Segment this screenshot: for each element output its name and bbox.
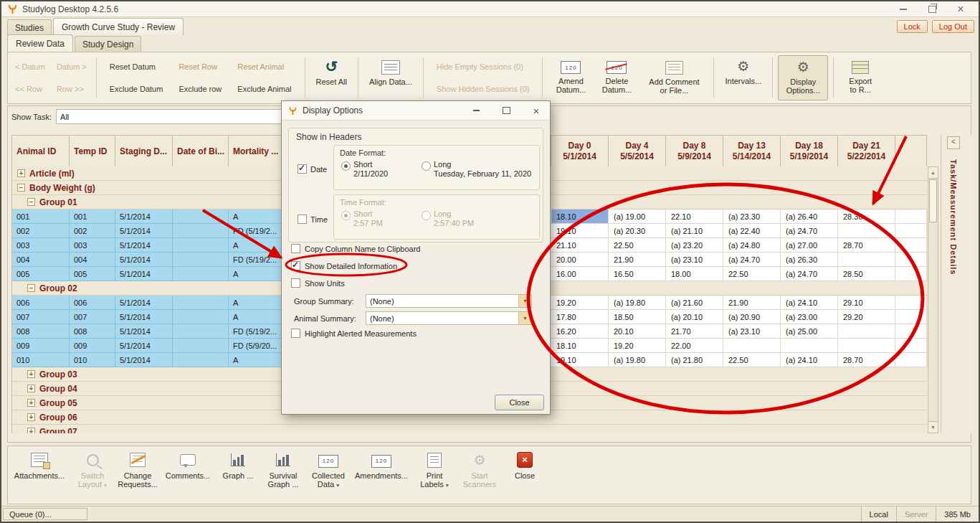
queue-status[interactable]: Queue (0)... — [3, 508, 87, 520]
measurement-cell[interactable]: (a) 24.70 — [781, 267, 838, 281]
add-comment-or-file-button[interactable]: Add Comment or File... — [639, 55, 708, 100]
exclude-row-button[interactable]: Exclude row — [179, 85, 222, 93]
temp-id-cell[interactable]: 003 — [70, 238, 115, 253]
measurement-cell[interactable]: 22.10 — [666, 209, 723, 224]
animal-summary-combobox[interactable]: (None) ▾ — [366, 311, 532, 325]
staging-date-cell[interactable]: 5/1/2014 — [115, 224, 173, 238]
dialog-close-button[interactable]: × — [532, 106, 541, 115]
tab-study-design[interactable]: Study Design — [75, 36, 141, 52]
tab-growth-curve-study-review[interactable]: Growth Curve Study - Review — [53, 18, 184, 35]
collapse-icon[interactable]: − — [27, 198, 35, 206]
measurement-cell[interactable]: (a) 23.00 — [781, 310, 838, 324]
measurement-cell[interactable]: (a) 21.60 — [666, 296, 723, 310]
date-long-radio[interactable] — [422, 161, 431, 171]
amend-datum-button[interactable]: Amend Datum... — [548, 55, 594, 100]
animal-id-cell[interactable]: 008 — [12, 324, 70, 339]
tab-studies[interactable]: Studies — [7, 19, 52, 35]
measurement-cell[interactable]: 28.50 — [838, 267, 895, 281]
export-to-r-button[interactable]: Export to R... — [839, 55, 882, 100]
close-review-button[interactable]: × Close — [507, 451, 543, 480]
exclude-animal-button[interactable]: Exclude Animal — [237, 85, 291, 93]
temp-id-cell[interactable]: 007 — [70, 310, 115, 324]
measurement-cell[interactable]: (a) 26.30 — [781, 253, 838, 267]
animal-id-cell[interactable]: 003 — [12, 238, 70, 253]
scroll-up-button[interactable]: ▲ — [928, 167, 938, 179]
birth-date-cell[interactable] — [173, 253, 229, 267]
comments-button[interactable]: Comments... — [165, 451, 211, 480]
measurement-cell[interactable]: 20.10 — [609, 324, 666, 339]
staging-date-cell[interactable]: 5/1/2014 — [115, 310, 173, 324]
measurement-cell[interactable]: (a) 24.80 — [723, 238, 781, 253]
animal-id-cell[interactable]: 005 — [12, 267, 70, 281]
date-checkbox[interactable] — [298, 164, 307, 174]
vertical-scrollbar[interactable]: ▲ ▼ — [928, 166, 938, 433]
switch-layout-button[interactable]: Switch Layout ▾ — [75, 451, 110, 490]
measurement-cell[interactable]: (a) 19.80 — [609, 353, 666, 367]
measurement-cell[interactable]: (a) 24.10 — [781, 353, 838, 367]
close-dialog-button[interactable]: Close — [495, 395, 544, 410]
collected-data-button[interactable]: Collected Data ▾ — [310, 451, 346, 490]
measurement-cell[interactable]: 16.00 — [551, 267, 609, 281]
reset-all-button[interactable]: ↺ Reset All — [310, 55, 353, 100]
measurement-cell[interactable]: 21.90 — [723, 296, 781, 310]
time-checkbox[interactable] — [298, 215, 307, 224]
birth-date-cell[interactable] — [173, 296, 229, 310]
scroll-down-button[interactable]: ▼ — [928, 421, 938, 433]
staging-date-cell[interactable]: 5/1/2014 — [115, 296, 173, 310]
measurement-cell[interactable]: (a) 26.40 — [781, 209, 838, 224]
staging-date-cell[interactable]: 5/1/2014 — [115, 209, 173, 224]
minimize-button[interactable] — [898, 4, 908, 14]
mortality-cell[interactable]: A — [229, 209, 283, 224]
survival-graph-button[interactable]: Survival Graph ... — [265, 451, 301, 489]
temp-id-cell[interactable]: 002 — [70, 224, 115, 238]
animal-id-cell[interactable]: 006 — [12, 296, 70, 310]
chevron-down-icon[interactable]: ▾ — [518, 312, 531, 324]
measurement-cell[interactable]: 18.50 — [609, 310, 666, 324]
measurement-cell[interactable]: 21.10 — [551, 238, 609, 253]
measurement-cell[interactable]: (a) 27.00 — [781, 238, 838, 253]
column-header-day13[interactable]: Day 135/14/2014 — [723, 136, 781, 167]
measurement-cell[interactable]: 19.20 — [609, 339, 666, 353]
birth-date-cell[interactable] — [173, 209, 229, 224]
measurement-cell[interactable]: 16.20 — [551, 324, 609, 339]
measurement-cell[interactable]: (a) 23.20 — [666, 238, 723, 253]
measurement-cell[interactable]: (a) 21.80 — [666, 353, 723, 367]
temp-id-cell[interactable]: 010 — [70, 353, 115, 367]
measurement-cell[interactable] — [838, 339, 895, 353]
mortality-cell[interactable]: A — [229, 353, 283, 367]
mortality-cell[interactable]: FD (5/19/2... — [229, 324, 283, 339]
animal-id-cell[interactable]: 001 — [12, 209, 70, 224]
display-options-button[interactable]: ⚙ Display Options... — [778, 55, 828, 100]
staging-date-cell[interactable]: 5/1/2014 — [115, 253, 173, 267]
mortality-cell[interactable]: A — [229, 310, 283, 324]
show-detailed-information-checkbox[interactable] — [291, 261, 300, 270]
measurement-cell[interactable]: 19.10 — [551, 353, 609, 367]
measurement-cell[interactable]: (a) 20.90 — [723, 310, 781, 324]
close-button[interactable]: × — [956, 4, 966, 14]
animal-id-cell[interactable]: 007 — [12, 310, 70, 324]
measurement-cell[interactable]: (a) 23.10 — [666, 253, 723, 267]
column-header-mortality[interactable]: Mortality ... — [229, 136, 283, 167]
hide-empty-sessions-button[interactable]: Hide Empty Sessions (0) — [437, 62, 530, 71]
expand-icon[interactable]: + — [27, 399, 35, 407]
staging-date-cell[interactable]: 5/1/2014 — [115, 267, 173, 281]
measurement-cell[interactable]: (a) 21.10 — [666, 224, 723, 238]
measurement-cell[interactable] — [723, 339, 781, 353]
reset-row-button[interactable]: Reset Row — [179, 62, 222, 71]
column-header-animal-id[interactable]: Animal ID — [12, 136, 70, 167]
chevron-down-icon[interactable]: ▾ — [518, 295, 531, 307]
temp-id-cell[interactable]: 008 — [70, 324, 115, 339]
measurement-cell[interactable]: (a) 20.10 — [666, 310, 723, 324]
highlight-alerted-checkbox[interactable] — [291, 329, 300, 338]
measurement-cell[interactable]: (a) 22.40 — [723, 224, 781, 238]
amendments-button[interactable]: Amendments... — [356, 451, 407, 480]
birth-date-cell[interactable] — [173, 224, 229, 238]
birth-date-cell[interactable] — [173, 267, 229, 281]
measurement-cell[interactable]: (a) 19.00 — [609, 209, 666, 224]
measurement-cell[interactable]: (a) 23.10 — [723, 324, 781, 339]
measurement-cell[interactable]: 22.50 — [723, 267, 781, 281]
reset-animal-button[interactable]: Reset Animal — [237, 62, 291, 71]
birth-date-cell[interactable] — [173, 310, 229, 324]
group-row[interactable]: +Group 07 — [12, 425, 927, 433]
dialog-maximize-button[interactable] — [502, 106, 510, 115]
